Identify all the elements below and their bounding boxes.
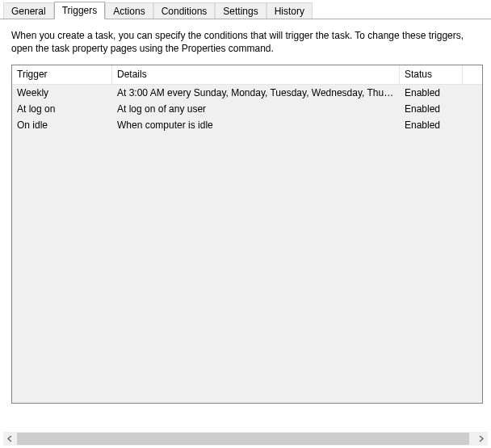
tab-general[interactable]: General [3, 2, 54, 19]
cell-details: When computer is idle [112, 119, 400, 132]
triggers-description: When you create a task, you can specify … [11, 29, 483, 55]
cell-details: At log on of any user [112, 103, 400, 115]
scroll-right-button[interactable] [474, 432, 488, 446]
col-header-status[interactable]: Status [400, 65, 463, 84]
triggers-table: Trigger Details Status Weekly At 3:00 AM… [11, 65, 483, 404]
horizontal-scrollbar[interactable] [3, 432, 488, 446]
table-header: Trigger Details Status [12, 65, 482, 85]
cell-trigger: At log on [12, 103, 112, 115]
tab-content: When you create a task, you can specify … [0, 19, 491, 429]
tab-strip: General Triggers Actions Conditions Sett… [0, 0, 491, 19]
cell-details: At 3:00 AM every Sunday, Monday, Tuesday… [112, 86, 400, 99]
cell-trigger: Weekly [12, 86, 112, 99]
scrollbar-track[interactable] [17, 432, 474, 446]
col-header-details[interactable]: Details [112, 65, 400, 84]
cell-status: Enabled [400, 103, 463, 115]
cell-status: Enabled [400, 119, 463, 132]
tab-history[interactable]: History [266, 2, 313, 19]
tab-actions[interactable]: Actions [105, 2, 153, 19]
table-row[interactable]: At log on At log on of any user Enabled [12, 101, 482, 117]
tab-conditions[interactable]: Conditions [153, 2, 216, 19]
tab-settings[interactable]: Settings [215, 2, 266, 19]
table-row[interactable]: On idle When computer is idle Enabled [12, 117, 482, 133]
col-header-extra[interactable] [463, 65, 482, 84]
cell-trigger: On idle [12, 119, 112, 132]
table-body: Weekly At 3:00 AM every Sunday, Monday, … [12, 85, 482, 133]
col-header-trigger[interactable]: Trigger [12, 65, 112, 84]
chevron-left-icon [7, 435, 13, 442]
chevron-right-icon [478, 435, 484, 442]
cell-status: Enabled [400, 86, 463, 99]
table-row[interactable]: Weekly At 3:00 AM every Sunday, Monday, … [12, 85, 482, 101]
scrollbar-thumb[interactable] [17, 433, 469, 445]
tab-triggers[interactable]: Triggers [54, 2, 106, 19]
scroll-left-button[interactable] [3, 432, 17, 446]
